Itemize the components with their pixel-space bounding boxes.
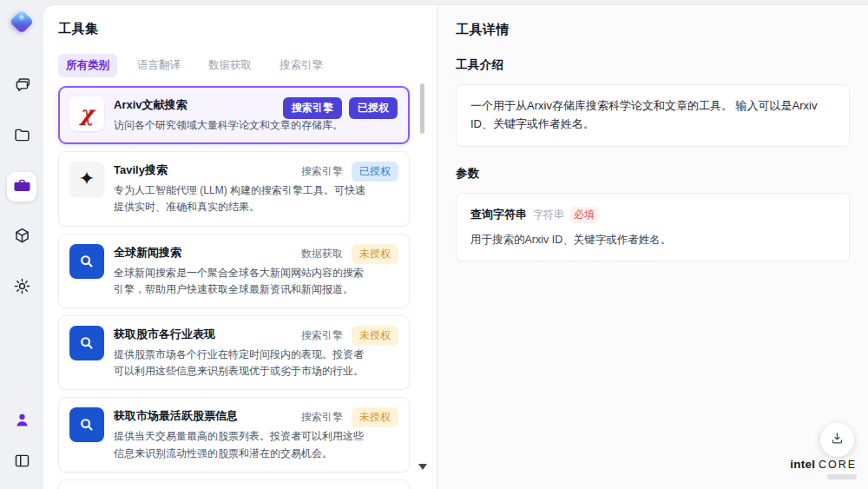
tab-all-categories[interactable]: 所有类别 <box>58 54 117 77</box>
brand-logo: intel core <box>790 459 857 479</box>
cube-icon <box>13 227 31 248</box>
tool-badges: 搜索引擎 已授权 <box>299 162 398 182</box>
tool-icon: χ ✦ <box>69 244 104 279</box>
panel-toggle-button[interactable] <box>7 447 36 477</box>
tool-list: χ ✦ Arxiv文献搜索 访问各个研究领域大量科学论文和文章的存储库。 搜索引… <box>58 86 415 489</box>
param-box: 查询字符串 字符串 必填 用于搜索的Arxiv ID、关键字或作者姓名。 <box>456 193 850 262</box>
intro-heading: 工具介绍 <box>456 57 850 73</box>
auth-status-badge: 未授权 <box>352 407 398 427</box>
params-heading: 参数 <box>456 166 850 182</box>
arxiv-logo-icon: χ <box>80 103 94 124</box>
tool-card[interactable]: χ ✦ 万维地区新闻查询 查询具体行政区划内的新闻，快速了解各地新闻动 搜索引擎… <box>58 479 410 489</box>
search-logo-icon <box>77 252 96 271</box>
download-icon <box>830 431 845 449</box>
tool-card[interactable]: χ ✦ 全球新闻搜索 全球新闻搜索是一个聚合全球各大新闻网站内容的搜索引擎，帮助… <box>58 234 410 308</box>
gear-icon <box>13 277 31 299</box>
scrollbar[interactable] <box>420 80 424 463</box>
nav-models-button[interactable] <box>7 222 36 252</box>
left-rail <box>0 0 43 489</box>
nav-tools-button[interactable] <box>7 172 36 202</box>
param-description: 用于搜索的Arxiv ID、关键字或作者姓名。 <box>470 231 835 248</box>
main-panel: 工具集 所有类别 语言翻译 数据获取 搜索引擎 χ ✦ Arxiv文献搜索 访问… <box>43 5 868 489</box>
star-icon: ✦ <box>79 169 95 188</box>
tool-badges: 搜索引擎 未授权 <box>299 326 398 346</box>
tool-description: 提供股票市场各个行业在特定时间段内的表现。投资者可以利用这些信息来识别表现优于或… <box>114 347 372 380</box>
tool-icon: χ ✦ <box>69 407 104 442</box>
tab-translation[interactable]: 语言翻译 <box>129 54 188 77</box>
auth-status-badge: 已授权 <box>349 97 398 119</box>
tool-badges: 搜索引擎 已授权 <box>283 97 398 119</box>
chat-icon <box>13 76 31 97</box>
tool-description: 全球新闻搜索是一个聚合全球各大新闻网站内容的搜索引擎，帮助用户快速获取全球最新资… <box>114 265 372 298</box>
download-button[interactable] <box>820 423 854 457</box>
scrollbar-thumb[interactable] <box>420 83 424 134</box>
tool-badges: 数据获取 未授权 <box>299 244 398 264</box>
tool-icon: χ ✦ <box>69 326 104 360</box>
tool-card[interactable]: χ ✦ 获取股市各行业表现 提供股票市场各个行业在特定时间段内的表现。投资者可以… <box>58 315 410 390</box>
nav-files-button[interactable] <box>7 122 36 151</box>
tool-detail-pane: 工具详情 工具介绍 一个用于从Arxiv存储库搜索科学论文和文章的工具。 输入可… <box>437 5 868 489</box>
tab-data-fetch[interactable]: 数据获取 <box>201 54 260 77</box>
intro-box: 一个用于从Arxiv存储库搜索科学论文和文章的工具。 输入可以是Arxiv ID… <box>456 84 850 147</box>
auth-status-badge: 已授权 <box>352 162 398 182</box>
detail-title: 工具详情 <box>456 22 850 38</box>
category-badge: 搜索引擎 <box>299 407 345 427</box>
folder-icon <box>13 126 31 148</box>
tool-card[interactable]: χ ✦ 获取市场最活跃股票信息 提供当天交易量最高的股票列表。投资者可以利用这些… <box>58 397 410 472</box>
category-badge: 数据获取 <box>299 244 345 264</box>
user-account-button[interactable] <box>7 406 36 436</box>
briefcase-icon <box>13 176 31 198</box>
tab-search-engine[interactable]: 搜索引擎 <box>272 54 331 77</box>
auth-status-badge: 未授权 <box>352 244 398 264</box>
param-type: 字符串 <box>533 207 564 223</box>
rail-nav <box>7 71 36 302</box>
tool-description: 访问各个研究领域大量科学论文和文章的存储库。 <box>114 117 372 134</box>
tool-card[interactable]: χ ✦ Arxiv文献搜索 访问各个研究领域大量科学论文和文章的存储库。 搜索引… <box>58 86 410 144</box>
param-head: 查询字符串 字符串 必填 <box>470 206 835 224</box>
param-required-badge: 必填 <box>570 207 598 223</box>
brand-subtext <box>827 474 857 479</box>
rail-bottom <box>7 406 36 489</box>
category-badge: 搜索引擎 <box>283 97 342 119</box>
tool-description: 专为人工智能代理 (LLM) 构建的搜索引擎工具。可快速提供实时、准确和真实的结… <box>114 182 372 215</box>
tool-icon: χ ✦ <box>69 96 104 131</box>
nav-chat-button[interactable] <box>7 71 36 101</box>
scroll-down-icon[interactable] <box>418 464 427 470</box>
category-badge: 搜索引擎 <box>299 326 345 346</box>
panel-icon <box>13 452 31 473</box>
param-name: 查询字符串 <box>470 206 527 224</box>
category-badge: 搜索引擎 <box>299 162 345 182</box>
search-logo-icon <box>77 334 96 353</box>
tool-icon: χ ✦ <box>69 162 104 196</box>
user-icon <box>13 411 31 433</box>
brand-core-label: core <box>819 459 857 471</box>
app-logo[interactable] <box>10 10 33 33</box>
auth-status-badge: 未授权 <box>352 326 398 346</box>
search-logo-icon <box>77 415 96 434</box>
page-title: 工具集 <box>58 21 415 37</box>
category-tabs: 所有类别 语言翻译 数据获取 搜索引擎 <box>58 54 415 77</box>
tool-list-pane: 工具集 所有类别 语言翻译 数据获取 搜索引擎 χ ✦ Arxiv文献搜索 访问… <box>43 5 437 489</box>
tool-badges: 搜索引擎 未授权 <box>299 407 398 427</box>
brand-intel-label: intel <box>790 458 815 471</box>
gem-logo-icon <box>10 10 34 34</box>
tool-description: 提供当天交易量最高的股票列表。投资者可以利用这些信息来识别流动性强的股票和潜在的… <box>114 428 372 461</box>
tool-card[interactable]: χ ✦ Tavily搜索 专为人工智能代理 (LLM) 构建的搜索引擎工具。可快… <box>58 151 410 226</box>
nav-settings-button[interactable] <box>7 273 36 302</box>
